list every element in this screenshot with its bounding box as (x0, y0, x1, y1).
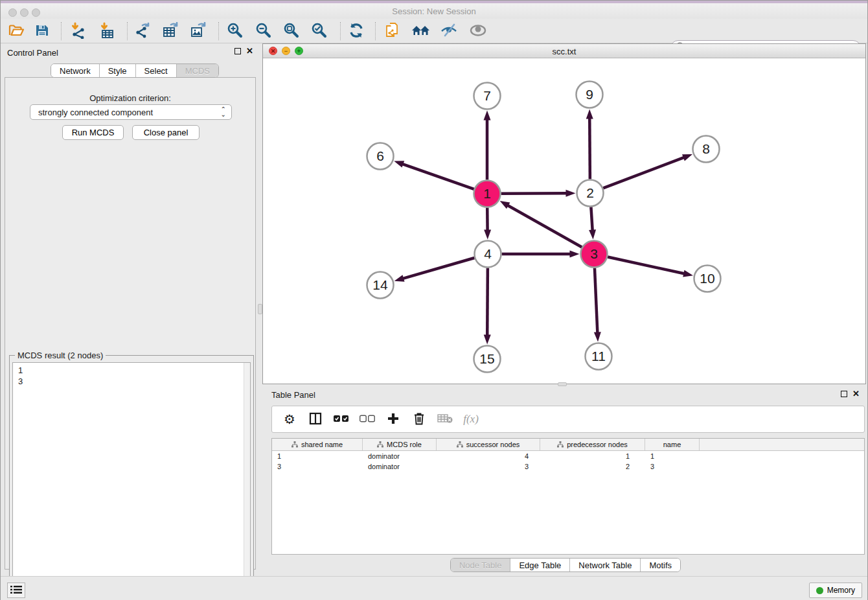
col-shared-name[interactable]: shared name (272, 439, 363, 450)
add-column-button[interactable] (385, 411, 402, 428)
edge-arrowhead (484, 334, 491, 344)
float-panel-icon[interactable] (234, 48, 241, 54)
graph-node-label: 1 (483, 186, 491, 201)
task-history-button[interactable] (7, 583, 25, 598)
function-builder-button[interactable]: f(x) (463, 411, 479, 428)
edge-2-9[interactable] (589, 117, 590, 179)
col-successor-nodes[interactable]: successor nodes (437, 439, 540, 450)
tab-style[interactable]: Style (100, 64, 136, 77)
mcds-result-list[interactable]: 1 3 (12, 362, 251, 598)
deselect-all-button[interactable] (359, 411, 376, 428)
attribute-icon (291, 441, 298, 448)
zoom-out-button[interactable] (252, 21, 275, 41)
table-settings-button[interactable]: ⚙ (281, 411, 298, 428)
hide-selected-button[interactable] (437, 21, 461, 41)
edge-3-1[interactable] (507, 205, 582, 247)
result-line: 1 (18, 365, 250, 376)
tab-network-table[interactable]: Network Table (570, 559, 641, 571)
mcds-panel: Optimization criterion: strongly connect… (5, 77, 256, 570)
titlebar[interactable]: Session: New Session (1, 3, 867, 19)
table-row[interactable]: 1 dominator 4 1 1 (272, 451, 864, 461)
save-session-button[interactable] (30, 21, 54, 41)
mcds-result-title: MCDS result (2 nodes) (15, 351, 106, 360)
edge-4-15[interactable] (487, 268, 488, 336)
zoom-selected-button[interactable] (308, 21, 331, 41)
attribute-icon (457, 441, 463, 448)
import-table-button[interactable] (96, 21, 119, 41)
tab-motifs[interactable]: Motifs (641, 559, 680, 571)
attribute-icon (557, 441, 564, 448)
toolbar-separator (61, 22, 62, 40)
vertical-splitter-handle[interactable] (258, 304, 262, 314)
import-network-icon (70, 22, 87, 41)
graph-node-label: 15 (479, 351, 494, 366)
delete-table-button[interactable] (437, 411, 453, 428)
selected-criterion: strongly connected component (38, 108, 221, 117)
close-table-panel-icon[interactable]: ✕ (852, 391, 860, 397)
edge-arrowhead (589, 229, 596, 239)
control-panel: Control Panel ✕ Network Style Select MCD… (1, 43, 260, 573)
network-view-window: ✕ − + scc.txt 7968124314101511 (262, 43, 866, 384)
delete-column-button[interactable] (411, 411, 428, 428)
show-selected-button[interactable] (466, 21, 490, 41)
close-panel-button[interactable]: Close panel (132, 125, 200, 140)
control-panel-title: Control Panel (7, 48, 58, 58)
apply-layout-button[interactable] (345, 21, 368, 41)
tab-edge-table[interactable]: Edge Table (510, 559, 570, 571)
zoom-fit-button[interactable] (280, 21, 303, 41)
zoom-in-button[interactable] (223, 21, 247, 41)
table-tabs: Node Table Edge Table Network Table Moti… (450, 558, 681, 572)
edge-4-14[interactable] (402, 258, 474, 279)
edge-1-6[interactable] (402, 164, 474, 189)
tab-select[interactable]: Select (136, 64, 177, 77)
duplicate-network-button[interactable] (381, 21, 404, 41)
attribute-icon (377, 441, 383, 448)
zoom-in-icon (227, 22, 244, 41)
table-row[interactable]: 3 dominator 3 2 3 (272, 461, 864, 472)
network-window-titlebar[interactable]: ✕ − + scc.txt (263, 44, 865, 58)
edge-3-11[interactable] (595, 268, 597, 333)
run-mcds-button[interactable]: Run MCDS (62, 125, 124, 140)
col-mcds-role[interactable]: MCDS role (363, 439, 437, 450)
open-session-button[interactable] (5, 21, 28, 41)
plus-icon (387, 412, 400, 427)
tab-mcds[interactable]: MCDS (177, 64, 218, 77)
edge-2-3[interactable] (591, 207, 592, 231)
mcds-result-group: MCDS result (2 nodes) 1 3 (9, 355, 254, 600)
optimization-criterion-select[interactable]: strongly connected component ⌃⌄ (30, 104, 232, 120)
close-panel-icon[interactable]: ✕ (246, 48, 253, 54)
col-predecessor-nodes[interactable]: predecessor nodes (540, 439, 645, 450)
edge-1-2[interactable] (501, 193, 567, 194)
list-icon (10, 585, 22, 596)
export-table-button[interactable] (159, 21, 182, 41)
import-network-button[interactable] (67, 21, 90, 41)
cell-name: 1 (645, 452, 700, 460)
zoom-selected-icon (311, 22, 328, 41)
gear-icon: ⚙ (284, 413, 295, 426)
memory-button[interactable]: Memory (809, 583, 862, 598)
export-image-button[interactable] (187, 21, 210, 41)
horizontal-splitter-handle[interactable] (558, 382, 567, 386)
edge-2-8[interactable] (603, 157, 685, 189)
result-scrollbar[interactable] (244, 363, 250, 597)
trash-icon (413, 412, 425, 427)
import-table-icon (99, 22, 116, 41)
column-panel-button[interactable] (307, 411, 324, 428)
col-name[interactable]: name (645, 439, 700, 450)
delete-table-icon (437, 413, 453, 426)
graph-node-label: 4 (484, 246, 492, 261)
tab-network[interactable]: Network (51, 64, 100, 77)
show-all-networks-button[interactable] (409, 21, 433, 41)
float-table-panel-icon[interactable] (841, 391, 847, 397)
export-image-icon (190, 22, 207, 41)
select-all-button[interactable] (333, 411, 350, 428)
network-graph-canvas[interactable]: 7968124314101511 (263, 58, 865, 384)
export-network-button[interactable] (131, 21, 154, 41)
edge-3-10[interactable] (608, 257, 685, 274)
export-network-icon (134, 22, 151, 41)
node-table[interactable]: shared name MCDS role successor nodes pr… (271, 438, 865, 555)
tab-node-table[interactable]: Node Table (451, 559, 511, 571)
memory-label: Memory (827, 586, 855, 595)
edge-arrowhead (394, 275, 405, 282)
control-panel-tabs: Network Style Select MCDS (51, 63, 219, 78)
